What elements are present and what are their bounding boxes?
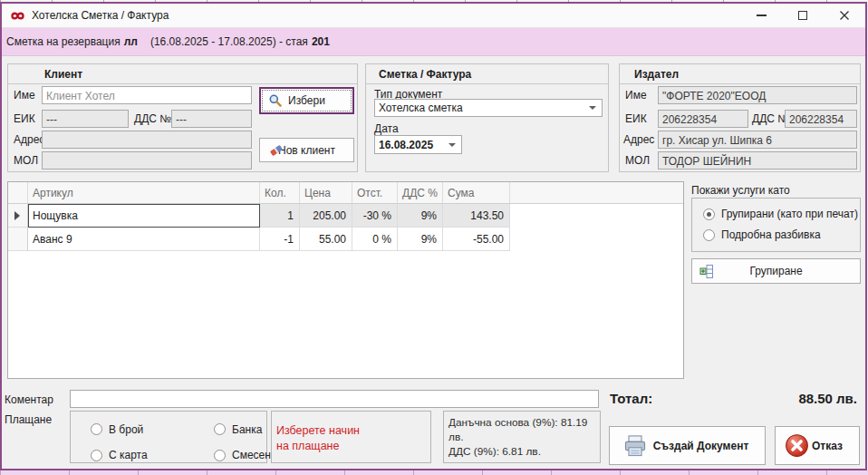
- radio-icon: [214, 423, 226, 435]
- client-address-label: Адрес: [14, 133, 44, 146]
- radio-icon: [703, 208, 715, 220]
- invoice-groupbox: Сметка / Фактура Тип документ Хотелска с…: [365, 63, 609, 172]
- client-eik-label: ЕИК: [14, 112, 35, 125]
- printer-icon: [622, 433, 648, 459]
- client-name-input[interactable]: Клиент Хотел: [42, 86, 252, 104]
- payment-warning: Изберете начин на плащане: [271, 411, 431, 463]
- radio-label: В брой: [109, 423, 143, 436]
- chevron-down-icon: [448, 143, 456, 147]
- create-document-button[interactable]: Създай Документ: [609, 426, 766, 465]
- payment-label: Плащане: [5, 413, 52, 426]
- room-number: 201: [312, 35, 330, 48]
- client-address-input: [42, 131, 252, 149]
- payment-warning-line2: на плащане: [276, 439, 430, 454]
- radio-label: Групирани (като при печат): [721, 208, 858, 220]
- cell-sum[interactable]: 143.50: [443, 204, 510, 228]
- cancel-button[interactable]: Отказ: [775, 426, 860, 465]
- client-mol-label: МОЛ: [14, 154, 38, 167]
- app-logo-icon: [10, 10, 25, 22]
- date-dropdown[interactable]: 16.08.2025: [374, 135, 462, 154]
- issuer-groupbox: Издател Име "ФОРТЕ 2020"ЕООД ЕИК 2062283…: [619, 63, 861, 172]
- cell-discount[interactable]: -30 %: [352, 204, 398, 228]
- client-title: Клиент: [8, 64, 357, 84]
- screen: Хотелска Сметка / Фактура Сметка на резе…: [0, 0, 868, 475]
- total-label: Тотал:: [610, 391, 652, 406]
- display-mode-options: Групирани (като при печат)Подробна разби…: [691, 198, 861, 252]
- minimize-button[interactable]: [740, 4, 782, 27]
- column-header-sum[interactable]: Сума: [443, 182, 510, 203]
- cancel-icon: [785, 433, 809, 458]
- column-header-qty[interactable]: Кол.: [260, 182, 300, 203]
- cell-vat[interactable]: 9%: [398, 204, 443, 228]
- issuer-address-field: гр. Хисар ул. Шипка 6: [658, 131, 857, 149]
- column-header-price[interactable]: Цена: [300, 182, 352, 203]
- radio-icon: [91, 450, 102, 461]
- current-row-arrow-icon: [14, 211, 20, 220]
- client-eik-input: ---: [42, 110, 129, 128]
- hotel-invoice-dialog: Хотелска Сметка / Фактура Сметка на резе…: [0, 2, 867, 470]
- total-value: 88.50 лв.: [718, 391, 857, 406]
- window-title: Хотелска Сметка / Фактура: [32, 9, 169, 22]
- issuer-mol-field: ТОДОР ШЕЙНИН: [658, 151, 857, 170]
- items-table-rows: Нощувка1205.00-30 %9%143.50Аванс 9-155.0…: [8, 204, 683, 251]
- column-header-vat[interactable]: ДДС %: [398, 182, 443, 203]
- close-button[interactable]: [824, 4, 865, 27]
- cell-vat[interactable]: 9%: [398, 228, 443, 251]
- date-label: Дата: [374, 122, 399, 135]
- new-client-button[interactable]: Нов клиент: [259, 138, 354, 162]
- maximize-icon: [798, 11, 807, 20]
- tax-vat-line: ДДС (9%): 6.81 лв.: [448, 444, 600, 459]
- tax-base-line: Данъчна основа (9%): 81.19 лв.: [448, 415, 600, 444]
- cell-discount[interactable]: 0 %: [352, 228, 398, 251]
- radio-icon: [91, 423, 102, 435]
- cell-article[interactable]: Аванс 9: [28, 228, 260, 251]
- issuer-title: Издател: [620, 64, 860, 84]
- column-header-article[interactable]: Артикул: [28, 182, 260, 203]
- dialog-content: Клиент Име Клиент Хотел ЕИК --- ДДС № --…: [2, 56, 865, 469]
- client-name-label: Име: [14, 89, 35, 102]
- issuer-vat-label: ДДС №: [752, 112, 789, 125]
- group-button-label: Групиране: [692, 265, 860, 277]
- services-panel-title: Покажи услуги като: [691, 184, 790, 197]
- column-header-discount[interactable]: Отст.: [352, 182, 398, 203]
- client-vat-label: ДДС №: [134, 112, 171, 125]
- doc-type-dropdown[interactable]: Хотелска сметка: [374, 99, 603, 117]
- current-row-indicator[interactable]: [8, 204, 28, 228]
- client-groupbox: Клиент Име Клиент Хотел ЕИК --- ДДС № --…: [7, 63, 358, 172]
- issuer-address-label: Адрес: [623, 133, 654, 146]
- cell-sum[interactable]: -55.00: [443, 228, 510, 251]
- comment-label: Коментар: [5, 393, 53, 406]
- cell-article[interactable]: Нощувка: [28, 204, 260, 228]
- issuer-mol-label: МОЛ: [625, 154, 650, 167]
- eraser-icon: [269, 143, 284, 158]
- radio-icon: [703, 229, 715, 241]
- group-button[interactable]: Групиране: [691, 258, 861, 284]
- close-icon: [839, 10, 850, 21]
- banner-prefix: Сметка на резервация: [6, 35, 121, 48]
- cell-price[interactable]: 55.00: [300, 228, 352, 251]
- cell-qty[interactable]: 1: [260, 204, 300, 228]
- banner-dates: (16.08.2025 - 17.08.2025) - стая: [150, 35, 308, 48]
- reservation-code: лл: [124, 35, 138, 48]
- cell-qty[interactable]: -1: [260, 228, 300, 251]
- table-row[interactable]: Аванс 9-155.000 %9%-55.00: [8, 228, 510, 251]
- payment-option[interactable]: В брой: [91, 422, 198, 437]
- select-client-button[interactable]: Избери: [259, 87, 354, 114]
- row-selector[interactable]: [8, 228, 28, 251]
- display-mode-option[interactable]: Групирани (като при печат): [703, 208, 860, 220]
- maximize-button[interactable]: [782, 4, 824, 27]
- column-header-filler: [510, 182, 683, 203]
- issuer-name-label: Име: [625, 89, 647, 102]
- cell-price[interactable]: 205.00: [300, 204, 352, 228]
- payment-option[interactable]: С карта: [91, 449, 198, 463]
- display-mode-option[interactable]: Подробна разбивка: [703, 228, 860, 241]
- items-table-header: Артикул Кол. Цена Отст. ДДС % Сума: [8, 182, 683, 204]
- radio-icon: [214, 450, 226, 461]
- table-row[interactable]: Нощувка1205.00-30 %9%143.50: [8, 204, 510, 228]
- comment-input[interactable]: [70, 390, 599, 408]
- radio-label: Подробна разбивка: [721, 228, 821, 241]
- client-mol-input: [42, 151, 252, 170]
- title-bar[interactable]: Хотелска Сметка / Фактура: [2, 4, 865, 28]
- tax-summary: Данъчна основа (9%): 81.19 лв. ДДС (9%):…: [443, 411, 601, 463]
- issuer-vat-field: 206228354: [785, 110, 857, 128]
